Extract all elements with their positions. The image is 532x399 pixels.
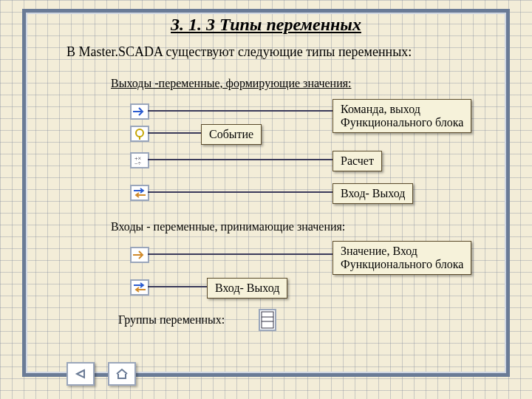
calc-icon: +×−÷ xyxy=(130,152,149,168)
section-inputs: Входы - переменные, принимающие значения… xyxy=(111,220,345,233)
connector xyxy=(148,159,332,160)
prev-button[interactable] xyxy=(66,362,95,386)
box-value: Значение, Вход Функционального блока xyxy=(332,241,471,275)
arrow-right-orange-icon xyxy=(130,247,149,263)
box-io2: Вход- Выход xyxy=(207,278,287,299)
page-title: 3. 1. 3 Типы переменных xyxy=(0,15,532,35)
svg-rect-4 xyxy=(262,312,273,328)
connector xyxy=(148,253,332,255)
svg-point-0 xyxy=(136,129,143,137)
connector xyxy=(148,286,207,287)
home-button[interactable] xyxy=(108,362,136,386)
page-subtitle: В Master.SCADA существуют следующие типы… xyxy=(66,44,412,60)
slide: { "title": "3. 1. 3 Типы переменных", "s… xyxy=(0,0,532,399)
group-icon xyxy=(259,309,276,331)
arrow-right-icon xyxy=(130,103,149,120)
bidir-icon xyxy=(130,279,149,296)
section-groups: Группы переменных: xyxy=(118,313,225,327)
box-event: Событие xyxy=(201,124,262,145)
nav-bar xyxy=(66,362,136,386)
connector xyxy=(148,191,332,193)
box-command: Команда, выход Функционального блока xyxy=(332,99,471,133)
connector xyxy=(148,132,201,134)
bidir-icon xyxy=(130,185,149,201)
box-calc: Расчет xyxy=(332,151,382,171)
section-outputs: Выходы -переменные, формирующие значения… xyxy=(111,77,352,90)
svg-text:−÷: −÷ xyxy=(134,160,142,167)
box-io1: Вход- Выход xyxy=(332,183,413,204)
connector xyxy=(148,110,332,112)
lightbulb-icon xyxy=(130,126,149,142)
